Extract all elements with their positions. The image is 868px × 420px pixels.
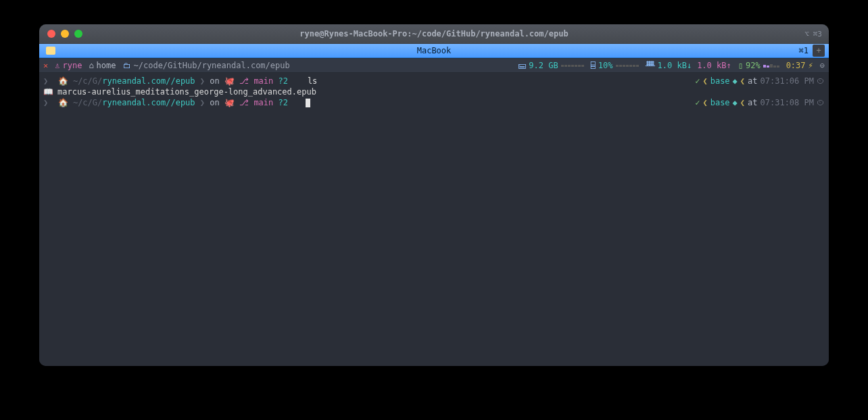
filename: marcus-aurelius_meditations_george-long_…	[57, 86, 316, 97]
diamond-icon: ◆	[733, 76, 738, 86]
branch-icon: ⎇	[235, 97, 254, 108]
git-icon: 🐙	[224, 76, 235, 86]
terminal-window: ryne@Rynes-MacBook-Pro:~/code/GitHub/ryn…	[39, 24, 829, 366]
user-icon: ♙	[55, 61, 59, 70]
tab-shortcut: ⌘1	[799, 46, 809, 55]
status-clock: 0:37 ⚡	[786, 61, 813, 70]
disk-spark	[561, 65, 584, 67]
net-down: 1.0 kB↓	[658, 61, 692, 70]
diamond-icon: ◆	[733, 97, 738, 108]
status-cpu: ⌸ 10%	[591, 61, 639, 70]
status-home[interactable]: ⌂ home	[89, 61, 116, 70]
angle-l: ❮	[702, 76, 707, 86]
path-post: /epub	[170, 97, 195, 108]
path-hi: ryneandal.com	[102, 97, 166, 108]
status-disk: 🖴 9.2 GB	[518, 61, 583, 70]
git-status: ?2	[279, 97, 288, 108]
net-up: 1.0 kB↑	[697, 61, 731, 70]
angle-r: ❮	[740, 97, 745, 108]
at-label: at	[748, 76, 757, 86]
path-pre: ~/c/G/	[73, 97, 102, 108]
tab-label: MacBook	[417, 46, 452, 55]
path-hi: ryneandal.com	[102, 76, 166, 86]
home-icon: ⌂	[89, 61, 93, 70]
bolt-icon: ⚡	[809, 61, 813, 70]
check-icon: ✓	[695, 76, 700, 86]
new-tab-button[interactable]: +	[813, 45, 825, 57]
clock-value: 0:37	[786, 61, 806, 70]
tab-bar: MacBook ⌘1 +	[39, 44, 829, 58]
file-icon: 📖	[43, 86, 53, 97]
status-bar: ✕ ♙ ryne ⌂ home 🗀 ~/code/GitHub/ryneanda…	[39, 58, 829, 73]
git-icon: 🐙	[224, 97, 235, 108]
cpu-value: 10%	[598, 61, 613, 70]
disk-icon: 🖴	[518, 61, 526, 70]
status-battery: ▯ 92%	[738, 61, 779, 70]
angle-r: ❮	[740, 76, 745, 86]
folder-icon: 🗀	[123, 61, 131, 70]
window-title: ryne@Rynes-MacBook-Pro:~/code/GitHub/ryn…	[39, 29, 829, 38]
traffic-lights	[39, 30, 82, 38]
user-name: ryne	[62, 61, 82, 70]
check-icon: ✓	[695, 97, 700, 108]
on-label: on	[210, 76, 219, 86]
at-label: at	[748, 97, 757, 108]
titlebar-shortcut: ⌘3	[813, 30, 822, 38]
command-text: ls	[308, 76, 317, 86]
home-label: home	[97, 61, 116, 70]
path-post: /epub	[170, 76, 195, 86]
prompt-line-2: ❯ 🏠 ~/c/G/ryneandal.com//epub ❯ on 🐙 ⎇ m…	[43, 97, 825, 108]
path-pre: ~/c/G/	[73, 76, 102, 86]
battery-icon: ▯	[738, 61, 743, 70]
clock-icon: ⏲	[817, 76, 825, 86]
branch-icon: ⎇	[235, 76, 254, 86]
minimize-window-button[interactable]	[61, 30, 69, 38]
git-branch: main	[254, 76, 273, 86]
titlebar-shortcut-sym: ⌥	[804, 30, 809, 38]
cursor	[306, 99, 310, 107]
cpu-icon: ⌸	[591, 61, 596, 70]
git-status: ?2	[279, 76, 288, 86]
status-user: ♙ ryne	[55, 61, 82, 70]
clock-icon: ⏲	[817, 97, 825, 108]
path-text: ~/code/GitHub/ryneandal.com/epub	[134, 61, 290, 70]
status-menu-button[interactable]: ⊖	[820, 61, 825, 70]
tab-title[interactable]: MacBook	[39, 46, 829, 55]
cpu-spark	[616, 65, 639, 67]
disk-value: 9.2 GB	[529, 61, 558, 70]
battery-value: 92%	[746, 61, 761, 70]
git-branch: main	[254, 97, 273, 108]
conda-env: base	[710, 97, 730, 108]
terminal-body[interactable]: ❯ 🏠 ~/c/G/ryneandal.com//epub ❯ on 🐙 ⎇ m…	[39, 73, 829, 366]
bat-spark	[763, 64, 779, 68]
net-icon: ᚙ	[646, 61, 655, 70]
status-net: ᚙ 1.0 kB↓ 1.0 kB↑	[646, 61, 731, 70]
close-window-button[interactable]	[47, 30, 55, 38]
angle-l: ❮	[702, 97, 707, 108]
conda-env: base	[710, 76, 730, 86]
maximize-window-button[interactable]	[74, 30, 82, 38]
timestamp-2: 07:31:08 PM	[761, 97, 814, 108]
titlebar[interactable]: ryne@Rynes-MacBook-Pro:~/code/GitHub/ryn…	[39, 24, 829, 44]
status-close-button[interactable]: ✕	[43, 61, 48, 70]
on-label: on	[210, 97, 219, 108]
output-line: 📖 marcus-aurelius_meditations_george-lon…	[43, 86, 825, 97]
prompt-line-1: ❯ 🏠 ~/c/G/ryneandal.com//epub ❯ on 🐙 ⎇ m…	[43, 76, 825, 86]
timestamp-1: 07:31:06 PM	[761, 76, 814, 86]
status-path[interactable]: 🗀 ~/code/GitHub/ryneandal.com/epub	[123, 61, 290, 70]
